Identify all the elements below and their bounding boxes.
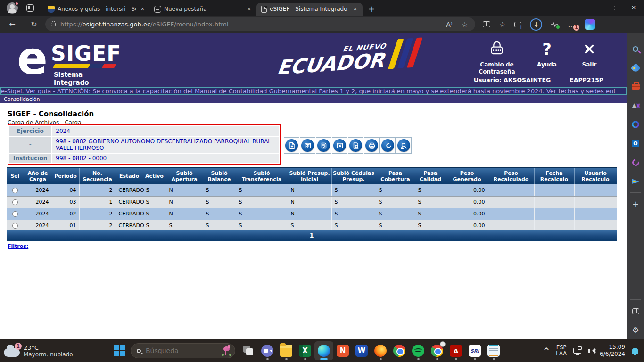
network-icon[interactable] — [573, 348, 581, 354]
sidebar-search-icon[interactable] — [627, 40, 644, 58]
browser-essentials-icon[interactable] — [550, 21, 559, 28]
sri-favicon-icon — [48, 6, 55, 13]
downloads-icon[interactable]: ↓ — [530, 18, 542, 31]
sidebar-games-icon[interactable]: ♟♜ — [627, 96, 644, 115]
excel-button[interactable]: X — [296, 341, 314, 360]
flamingo-icon — [221, 345, 232, 357]
read-aloud-icon[interactable]: A — [441, 21, 457, 28]
word-button[interactable]: W — [352, 341, 371, 360]
table-cell: 0.00 — [446, 184, 488, 196]
table-header-row: Sel Año de Carga Periodo No. Secuencia E… — [7, 167, 617, 184]
table-cell: 04 — [52, 184, 79, 196]
edge-button[interactable] — [314, 341, 333, 360]
help-button[interactable]: ? Ayuda — [533, 39, 561, 75]
new-document-button[interactable] — [284, 137, 299, 154]
tab-esigef-active[interactable]: eSIGEF - Sistema Integrado de G ✕ — [256, 3, 363, 16]
delete-file-button[interactable] — [332, 137, 347, 154]
sidebar-shopping-icon[interactable] — [627, 58, 644, 77]
print-icon — [365, 139, 378, 152]
esigef-logo: e SIGEF Sistema Integrado de Gestión Fin… — [17, 36, 46, 81]
sri-app-button[interactable]: SRi — [465, 341, 484, 360]
tray-expand-icon[interactable]: ^ — [544, 346, 550, 355]
tab-nueva-pestana[interactable]: Nueva pestaña ✕ — [150, 3, 256, 16]
table-cell: S — [236, 208, 288, 220]
sidebar-outlook-icon[interactable]: O — [627, 134, 644, 153]
weather-widget[interactable]: 1 23°C Mayorm. nublado — [4, 344, 110, 358]
taskbar-search[interactable] — [131, 343, 235, 358]
profile-avatar[interactable] — [7, 2, 18, 14]
advanced-search-button[interactable] — [396, 137, 412, 154]
sidebar-customize-icon[interactable]: + — [627, 195, 644, 214]
upload-file-button[interactable] — [300, 137, 315, 154]
date: 6/6/2024 — [600, 351, 625, 358]
table-cell: S — [203, 196, 236, 208]
sidebar-tools-icon[interactable] — [627, 77, 644, 96]
volume-icon[interactable] — [588, 349, 590, 353]
change-password-button[interactable]: Cambio de Contraseña — [475, 39, 519, 75]
refresh-button[interactable]: ↻ — [26, 20, 41, 29]
nuevo-ecuador-logo: EL NUEVO ECUADOR — [280, 37, 423, 84]
sidebar-microsoft365-icon[interactable] — [627, 115, 644, 134]
start-button[interactable] — [114, 345, 125, 356]
nitro-pdf-button[interactable]: N — [333, 341, 352, 360]
split-screen-icon[interactable] — [483, 21, 490, 27]
notepad-button[interactable] — [484, 341, 503, 360]
table-cell — [534, 196, 574, 208]
row-select-radio[interactable] — [12, 211, 18, 217]
weather-badge: 1 — [15, 343, 22, 350]
column-header: Usuario Recalculo — [574, 167, 617, 184]
language-indicator[interactable]: ESP LAA — [556, 345, 567, 357]
tab-actions-icon[interactable] — [26, 4, 34, 12]
more-menu-icon[interactable]: …1 — [568, 20, 575, 29]
collections-icon[interactable] — [514, 22, 521, 27]
context-form: Ejercicio 2024 - 998 - 0802 GOBIERNO AUT… — [8, 124, 281, 165]
sidebar-drop-icon[interactable] — [627, 172, 644, 190]
print-button[interactable] — [364, 137, 380, 154]
column-header: Subió Presup. Inicial — [288, 167, 331, 184]
sidebar-settings-gear-icon[interactable]: ⚙ — [627, 321, 644, 339]
maximize-button[interactable] — [603, 0, 623, 16]
copilot-icon[interactable] — [585, 19, 595, 30]
acrobat-button[interactable]: A — [446, 341, 465, 360]
notification-bell-icon[interactable] — [632, 348, 638, 354]
logout-button[interactable]: Salir — [575, 39, 603, 75]
favorites-icon[interactable]: ☆ — [499, 20, 505, 29]
chrome-button[interactable] — [390, 341, 409, 360]
sidebar-designer-icon[interactable] — [627, 153, 644, 172]
menu-item-consolidacion[interactable]: Consolidación — [4, 96, 40, 102]
back-button[interactable]: ← — [5, 20, 20, 29]
address-bar[interactable]: https://esigef.finanzas.gob.ec/eSIGEF/me… — [45, 17, 475, 31]
favorite-star-icon[interactable]: ☆ — [457, 21, 472, 28]
close-icon[interactable]: ✕ — [352, 6, 359, 12]
task-view-button[interactable] — [239, 341, 258, 360]
tab-anexos[interactable]: Anexos y guías - intersri - Servici ✕ — [44, 3, 150, 16]
new-tab-button[interactable]: + — [363, 4, 380, 14]
table-cell: S — [143, 196, 166, 208]
row-select-radio[interactable] — [12, 223, 18, 229]
file-explorer-button[interactable] — [277, 341, 296, 360]
view-detail-button[interactable] — [348, 137, 363, 154]
sidebar-panel-icon[interactable] — [627, 302, 644, 321]
table-cell: N — [166, 184, 203, 196]
close-window-button[interactable]: ✕ — [623, 0, 644, 16]
teams-chat-button[interactable] — [258, 341, 277, 360]
pagination-bar[interactable]: 1 — [7, 230, 617, 241]
row-select-radio[interactable] — [12, 199, 18, 205]
clock[interactable]: 15:09 6/6/2024 — [600, 344, 625, 358]
logo-name: SIGEF — [51, 41, 121, 66]
minimize-button[interactable] — [582, 0, 603, 16]
firefox-button[interactable] — [371, 341, 390, 360]
quality-check-icon — [381, 139, 394, 152]
row-select-radio[interactable] — [12, 188, 18, 193]
tab-title: eSIGEF - Sistema Integrado de G — [270, 6, 349, 12]
column-header: Subió Transferencia — [236, 167, 288, 184]
chrome-profile-button[interactable] — [428, 341, 446, 360]
search-input[interactable] — [146, 347, 207, 354]
validate-file-button[interactable] — [316, 137, 331, 154]
filters-link[interactable]: Filtros: — [8, 243, 28, 249]
close-icon[interactable]: ✕ — [246, 6, 253, 12]
quality-check-button[interactable] — [380, 137, 396, 154]
close-icon[interactable]: ✕ — [139, 6, 146, 12]
spotify-button[interactable] — [409, 341, 428, 360]
upload-file-icon — [301, 139, 314, 152]
